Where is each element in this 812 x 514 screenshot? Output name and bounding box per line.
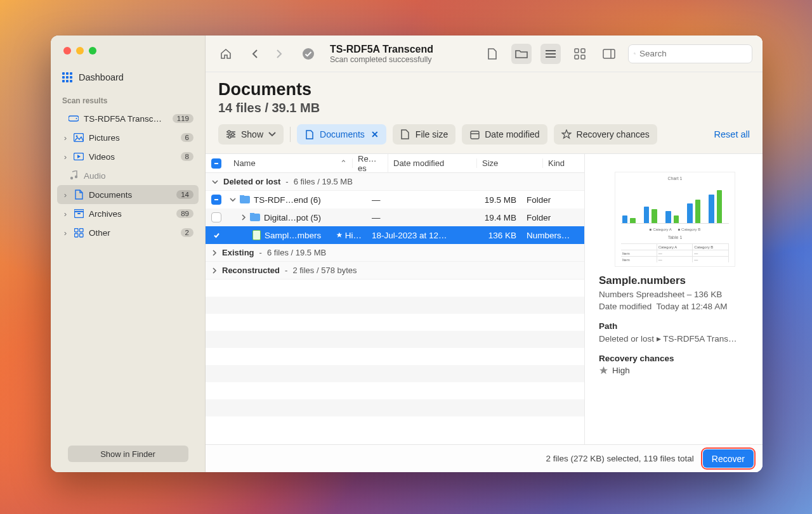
- column-header-date[interactable]: Date modified: [388, 158, 477, 168]
- table-row[interactable]: TS-RDF…end (6) — 19.5 MB Folder: [206, 191, 584, 209]
- search-field[interactable]: [628, 44, 752, 63]
- chevron-right-icon[interactable]: ›: [62, 152, 69, 162]
- column-header-kind[interactable]: Kind: [543, 158, 584, 168]
- page-header: Documents 14 files / 39.1 MB: [206, 72, 763, 115]
- chevron-right-icon[interactable]: ›: [62, 190, 69, 200]
- recover-button[interactable]: Recover: [703, 449, 754, 468]
- sidebar-item-audio[interactable]: Audio: [57, 166, 199, 185]
- toolbar: TS-RDF5A Transcend Scan completed succes…: [206, 35, 763, 72]
- svg-rect-10: [74, 228, 78, 232]
- preview-table-title: Table 1: [668, 235, 683, 240]
- filter-date-chip[interactable]: Date modified: [462, 124, 547, 145]
- drive-icon: [69, 113, 79, 124]
- show-in-finder-button[interactable]: Show in Finder: [68, 446, 188, 462]
- sliders-icon: [226, 129, 236, 139]
- page-subtitle: 14 files / 39.1 MB: [218, 101, 750, 115]
- view-grid-button[interactable]: [570, 44, 590, 64]
- chip-label: Show: [241, 129, 263, 139]
- filter-size-chip[interactable]: File size: [393, 124, 455, 145]
- sidebar-item-pictures[interactable]: › Pictures 6: [57, 128, 199, 147]
- home-button[interactable]: [216, 44, 236, 64]
- chevron-right-icon[interactable]: [241, 214, 246, 221]
- inspector-rc-value: High: [599, 366, 751, 375]
- preview-table: Category ACategory B Item—— Item——: [621, 243, 729, 262]
- column-header-name[interactable]: Name⌃: [227, 158, 353, 168]
- view-folder-button[interactable]: [511, 44, 532, 64]
- row-checkbox[interactable]: [211, 212, 221, 222]
- folder-icon: [240, 196, 250, 203]
- toggle-inspector-button[interactable]: [599, 44, 619, 64]
- preview-legend: ■ Category A■ Category B: [650, 228, 700, 231]
- svg-point-3: [76, 136, 78, 138]
- audio-icon: [69, 170, 79, 181]
- show-dropdown[interactable]: Show: [218, 124, 284, 145]
- svg-rect-11: [79, 228, 83, 232]
- sidebar-section-heading: Scan results: [57, 91, 199, 109]
- view-list-button[interactable]: [540, 44, 561, 64]
- svg-line-22: [635, 54, 636, 55]
- table-row-selected[interactable]: Sampl…mbers Hi… 18-Jul-2023 at 12… 136 K…: [206, 226, 584, 244]
- document-icon: [304, 129, 315, 139]
- minimize-window-button[interactable]: [76, 47, 84, 55]
- sort-asc-icon: ⌃: [340, 158, 347, 168]
- svg-rect-16: [581, 49, 585, 53]
- footer-bar: 2 files (272 KB) selected, 119 files tot…: [206, 444, 763, 472]
- inspector-panel: Chart 1 ■ Category A■ Category B Table 1…: [585, 154, 763, 444]
- chevron-right-icon[interactable]: ›: [62, 228, 69, 238]
- svg-point-6: [75, 176, 77, 178]
- star-icon: [599, 366, 608, 375]
- svg-rect-12: [74, 233, 78, 237]
- sidebar-item-dashboard[interactable]: Dashboard: [51, 66, 205, 91]
- sidebar-item-archives[interactable]: › Archives 89: [57, 204, 199, 223]
- count-badge: 8: [181, 152, 193, 161]
- chip-label: Documents: [320, 129, 365, 139]
- column-header-size[interactable]: Size: [477, 158, 543, 168]
- chip-label: File size: [416, 129, 448, 139]
- remove-filter-icon[interactable]: ✕: [371, 129, 379, 139]
- file-name: Digital…pot (5): [264, 213, 321, 222]
- search-input[interactable]: [639, 49, 747, 58]
- filter-documents-chip[interactable]: Documents ✕: [297, 124, 386, 145]
- group-header-deleted[interactable]: Deleted or lost - 6 files / 19.5 MB: [206, 173, 584, 191]
- file-name: TS-RDF…end (6): [254, 195, 321, 205]
- row-checkbox[interactable]: [211, 195, 221, 205]
- select-all-checkbox[interactable]: [211, 158, 221, 169]
- row-checkbox[interactable]: [211, 230, 221, 240]
- toolbar-subtitle: Scan completed successfully: [330, 55, 433, 64]
- group-header-reconstructed[interactable]: Reconstructed - 2 files / 578 bytes: [206, 262, 584, 279]
- sidebar-item-other[interactable]: › Other 2: [57, 223, 199, 242]
- grid-icon: [62, 72, 72, 82]
- chevron-right-icon[interactable]: ›: [62, 133, 69, 143]
- sidebar-item-documents[interactable]: › Documents 14: [57, 185, 199, 204]
- folder-icon: [250, 214, 260, 221]
- count-badge: 6: [181, 133, 193, 142]
- filter-recovery-chip[interactable]: Recovery chances: [554, 124, 657, 145]
- selection-status: 2 files (272 KB) selected, 119 files tot…: [546, 454, 693, 463]
- main-panel: TS-RDF5A Transcend Scan completed succes…: [206, 35, 763, 472]
- toolbar-title: TS-RDF5A Transcend: [330, 44, 433, 55]
- group-header-existing[interactable]: Existing - 6 files / 19.5 MB: [206, 244, 584, 262]
- back-button[interactable]: [245, 44, 265, 64]
- view-document-button[interactable]: [482, 44, 502, 64]
- table-row[interactable]: Digital…pot (5) — 19.4 MB Folder: [206, 209, 584, 226]
- star-icon: [336, 231, 343, 239]
- inspector-rc-label: Recovery chances: [599, 354, 751, 363]
- sidebar-item-videos[interactable]: › Videos 8: [57, 147, 199, 166]
- sidebar-item-drive[interactable]: TS-RDF5A Transc… 119: [57, 109, 199, 128]
- file-table: Name⌃ Re…es Date modified Size Kind Dele…: [206, 154, 585, 444]
- content-area: Name⌃ Re…es Date modified Size Kind Dele…: [206, 154, 763, 444]
- table-body[interactable]: Deleted or lost - 6 files / 19.5 MB TS-R…: [206, 173, 584, 444]
- forward-button[interactable]: [269, 44, 289, 64]
- chevron-right-icon[interactable]: ›: [62, 209, 69, 219]
- close-window-button[interactable]: [63, 47, 71, 55]
- reset-filters-button[interactable]: Reset all: [714, 129, 750, 139]
- sidebar-item-label: TS-RDF5A Transc…: [84, 114, 162, 124]
- svg-rect-26: [471, 131, 479, 139]
- sidebar-item-label: Videos: [89, 152, 115, 162]
- svg-rect-18: [581, 55, 585, 59]
- zoom-window-button[interactable]: [89, 47, 96, 55]
- empty-rows: [206, 279, 584, 416]
- column-header-recovery[interactable]: Re…es: [353, 154, 388, 173]
- chip-label: Date modified: [485, 129, 539, 139]
- chevron-down-icon[interactable]: [230, 196, 236, 203]
